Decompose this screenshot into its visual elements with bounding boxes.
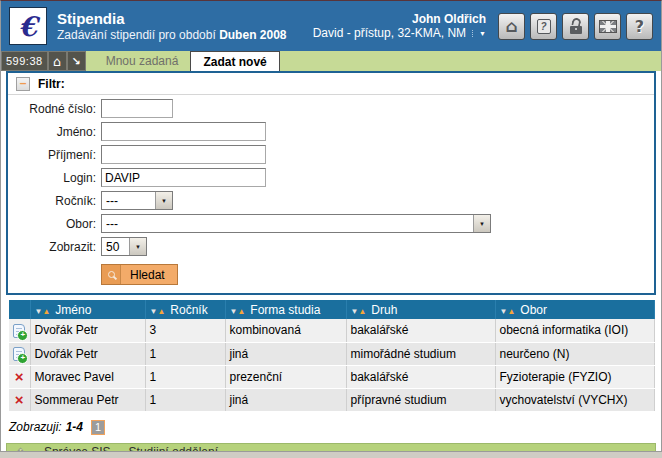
scroll-to-top-icon[interactable]: ⇧ <box>15 446 26 453</box>
table-cell: jiná <box>225 388 346 411</box>
user-block: John Oldřich David - přístup, 32-KMA, NM… <box>313 12 486 40</box>
home-button[interactable]: ⌂ <box>498 13 525 40</box>
user-context-label: David - přístup, 32-KMA, NM <box>313 26 466 40</box>
search-button[interactable]: Hledat <box>101 264 178 285</box>
tabs: Mnou zadaná Zadat nové <box>94 51 280 71</box>
filter-actions: Hledat <box>101 264 646 285</box>
filter-row: Zobrazit:50▼ <box>16 237 646 256</box>
row-action-cell: × <box>9 365 30 388</box>
jmeno-input[interactable] <box>101 122 266 141</box>
table-cell: vychovatelství (VYCHX) <box>495 388 655 411</box>
field-label: Ročník: <box>16 194 96 208</box>
row-action-cell <box>9 319 30 342</box>
app-logo: € <box>9 7 47 45</box>
table-cell: Sommerau Petr <box>30 388 145 411</box>
chevron-down-icon: ▼ <box>129 238 146 255</box>
help-button[interactable]: ? <box>626 13 653 40</box>
footer-bar: ⇧ Správce SIS Studijní oddělení <box>6 443 656 453</box>
field-label: Příjmení: <box>16 148 96 162</box>
table-cell: kombinovaná <box>225 319 346 342</box>
row-action-cell: × <box>9 388 30 411</box>
select-value: --- <box>102 192 155 209</box>
tab-mnou-zadana[interactable]: Mnou zadaná <box>94 51 191 71</box>
manual-icon-glyph: ? <box>540 21 546 32</box>
column-label: Druh <box>371 303 397 317</box>
footer-link-spravce-sis[interactable]: Správce SIS <box>44 445 111 452</box>
footer-link-studijni-oddeleni[interactable]: Studijní oddělení <box>129 445 218 452</box>
header-toolbar: ⌂ ? ? <box>498 13 653 40</box>
chevron-down-icon: ▼ <box>155 192 172 209</box>
column-header[interactable]: ▼▲Ročník <box>145 300 225 319</box>
help-icon: ? <box>635 17 644 36</box>
delete-icon[interactable]: × <box>15 391 24 408</box>
sort-asc-icon[interactable]: ▲ <box>157 307 165 316</box>
results-table-header-row: ▼▲Jméno▼▲Ročník▼▲Forma studia▼▲Druh▼▲Obo… <box>9 300 655 319</box>
login-input[interactable] <box>101 168 266 187</box>
filter-row: Příjmení: <box>16 145 646 164</box>
user-menu-chevron-down-icon[interactable]: ▼ <box>472 30 486 37</box>
rodne-cislo-input[interactable] <box>101 99 173 118</box>
app-header: € Stipendia Zadávání stipendií pro obdob… <box>1 1 661 51</box>
field-label: Obor: <box>16 217 96 231</box>
table-cell: 1 <box>145 342 225 365</box>
table-row: Dvořák Petr1jinámimořádné studiumneurčen… <box>9 342 655 365</box>
table-cell: 3 <box>145 319 225 342</box>
column-label: Jméno <box>55 303 91 317</box>
language-button[interactable] <box>594 13 621 40</box>
sort-asc-icon[interactable]: ▲ <box>507 307 515 316</box>
field-label: Login: <box>16 171 96 185</box>
column-header[interactable]: ▼▲Druh <box>346 300 495 319</box>
page-1-button[interactable]: 1 <box>91 420 105 435</box>
column-header[interactable]: ▼▲Forma studia <box>225 300 346 319</box>
zobrazit-select[interactable]: 50▼ <box>101 237 147 256</box>
app-window: € Stipendia Zadávání stipendií pro obdob… <box>0 0 662 452</box>
table-row: ×Moravec Pavel1prezenčníbakalářskéFyziot… <box>9 365 655 388</box>
lock-body <box>570 26 582 34</box>
table-cell: bakalářské <box>346 365 495 388</box>
lock-button[interactable] <box>562 13 589 40</box>
collapse-minus-icon[interactable]: – <box>16 77 30 91</box>
field-label: Jméno: <box>16 125 96 139</box>
field-label: Zobrazit: <box>16 240 96 254</box>
sort-asc-icon[interactable]: ▲ <box>42 307 50 316</box>
manual-button[interactable]: ? <box>530 13 557 40</box>
filter-fields: Rodné číslo:Jméno:Příjmení:Login:Ročník:… <box>8 99 654 256</box>
search-button-label: Hledat <box>130 268 165 282</box>
tab-zadat-nove[interactable]: Zadat nové <box>190 51 279 71</box>
add-record-icon[interactable] <box>13 324 25 338</box>
user-name: John Oldřich <box>313 12 486 26</box>
lock-icon <box>569 18 583 34</box>
row-action-cell <box>9 342 30 365</box>
filter-row: Login: <box>16 168 646 187</box>
prijmeni-input[interactable] <box>101 145 266 164</box>
jump-arrow-button[interactable]: ↘ <box>67 51 86 71</box>
title-block: Stipendia Zadávání stipendií pro období … <box>57 10 286 43</box>
table-row: Dvořák Petr3kombinovanábakalářskéobecná … <box>9 319 655 342</box>
session-timer: 599:38 <box>1 51 48 71</box>
subtitle-text: Zadávání stipendií pro období <box>57 28 219 42</box>
sort-asc-icon[interactable]: ▲ <box>237 307 245 316</box>
add-record-icon[interactable] <box>13 347 25 361</box>
filter-title: Filtr: <box>38 77 65 91</box>
actions-column-header <box>9 300 30 319</box>
table-cell: Fyzioterapie (FYZIO) <box>495 365 655 388</box>
rocnik-select[interactable]: ---▼ <box>101 191 173 210</box>
mini-home-button[interactable]: ⌂ <box>48 51 67 71</box>
page-subtitle: Zadávání stipendií pro období Duben 2008 <box>57 28 286 42</box>
column-header[interactable]: ▼▲Jméno <box>30 300 145 319</box>
column-label: Forma studia <box>250 303 320 317</box>
tab-bar: 599:38 ⌂ ↘ Mnou zadaná Zadat nové <box>1 51 661 71</box>
table-cell: 1 <box>145 388 225 411</box>
pagination-label: Zobrazuji: <box>9 420 62 434</box>
sort-asc-icon[interactable]: ▲ <box>358 307 366 316</box>
obor-select[interactable]: ---▼ <box>101 214 491 233</box>
column-label: Ročník <box>170 303 207 317</box>
delete-icon[interactable]: × <box>15 368 24 385</box>
column-label: Obor <box>520 303 547 317</box>
pagination: Zobrazuji: 1-4 1 <box>9 420 653 435</box>
column-header[interactable]: ▼▲Obor <box>495 300 655 319</box>
euro-logo-icon: € <box>19 11 38 42</box>
table-cell: Dvořák Petr <box>30 342 145 365</box>
user-context: David - přístup, 32-KMA, NM ▼ <box>313 26 486 40</box>
filter-panel: – Filtr: Rodné číslo:Jméno:Příjmení:Logi… <box>6 71 656 295</box>
